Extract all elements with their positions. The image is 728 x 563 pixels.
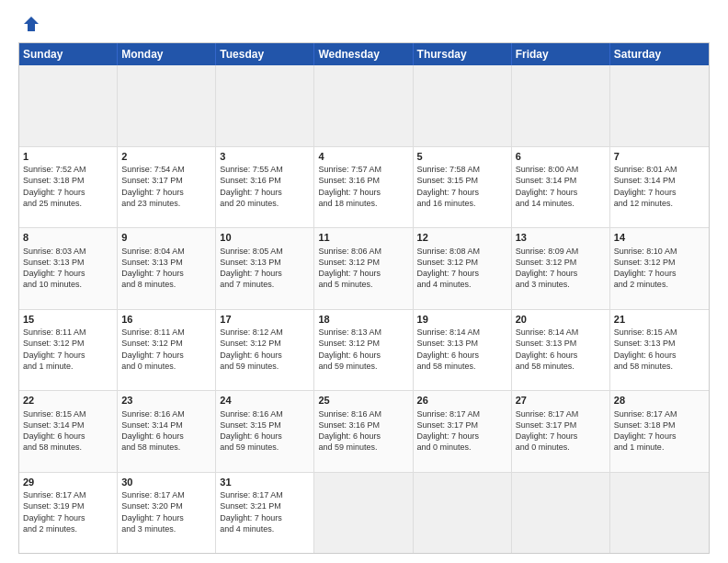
day-number: 15: [23, 313, 113, 327]
day-info: Sunrise: 8:03 AM Sunset: 3:13 PM Dayligh…: [23, 247, 86, 289]
day-info: Sunrise: 8:17 AM Sunset: 3:19 PM Dayligh…: [23, 490, 86, 533]
day-number: 8: [23, 231, 113, 245]
day-number: 31: [220, 476, 310, 489]
calendar-cell: 17Sunrise: 8:12 AM Sunset: 3:12 PM Dayli…: [216, 310, 314, 391]
day-number: 30: [121, 476, 211, 489]
day-number: 17: [220, 313, 310, 327]
header-day-thursday: Thursday: [414, 43, 512, 65]
day-number: 21: [614, 313, 705, 327]
day-info: Sunrise: 8:04 AM Sunset: 3:13 PM Dayligh…: [121, 247, 185, 289]
calendar-row-0: [19, 65, 709, 146]
calendar-cell: 20Sunrise: 8:14 AM Sunset: 3:13 PM Dayli…: [512, 310, 610, 391]
day-number: 18: [318, 313, 408, 327]
calendar-cell: 22Sunrise: 8:15 AM Sunset: 3:14 PM Dayli…: [19, 391, 118, 472]
header-day-tuesday: Tuesday: [216, 43, 314, 65]
calendar-cell: 2Sunrise: 7:54 AM Sunset: 3:17 PM Daylig…: [118, 147, 216, 228]
day-info: Sunrise: 8:14 AM Sunset: 3:13 PM Dayligh…: [417, 327, 481, 370]
day-number: 2: [121, 150, 211, 164]
calendar-cell: 30Sunrise: 8:17 AM Sunset: 3:20 PM Dayli…: [118, 473, 216, 554]
calendar-cell: 24Sunrise: 8:16 AM Sunset: 3:15 PM Dayli…: [216, 391, 314, 472]
day-info: Sunrise: 8:15 AM Sunset: 3:13 PM Dayligh…: [614, 327, 677, 370]
calendar-cell: 5Sunrise: 7:58 AM Sunset: 3:15 PM Daylig…: [414, 147, 512, 228]
calendar-cell: [216, 65, 314, 146]
day-info: Sunrise: 8:17 AM Sunset: 3:20 PM Dayligh…: [121, 490, 185, 533]
day-number: 22: [23, 394, 113, 408]
day-number: 4: [318, 150, 408, 164]
logo: [18, 15, 40, 33]
calendar-cell: 23Sunrise: 8:16 AM Sunset: 3:14 PM Dayli…: [118, 391, 216, 472]
calendar-cell: 4Sunrise: 7:57 AM Sunset: 3:16 PM Daylig…: [314, 147, 413, 228]
calendar-cell: [610, 473, 709, 554]
calendar-cell: 6Sunrise: 8:00 AM Sunset: 3:14 PM Daylig…: [512, 147, 610, 228]
calendar-cell: 7Sunrise: 8:01 AM Sunset: 3:14 PM Daylig…: [610, 147, 709, 228]
calendar-cell: 1Sunrise: 7:52 AM Sunset: 3:18 PM Daylig…: [19, 147, 118, 228]
day-number: 28: [614, 394, 705, 408]
day-info: Sunrise: 8:08 AM Sunset: 3:12 PM Dayligh…: [417, 247, 481, 289]
day-number: 1: [23, 150, 113, 164]
calendar-cell: [512, 473, 610, 554]
calendar-body: 1Sunrise: 7:52 AM Sunset: 3:18 PM Daylig…: [19, 65, 709, 553]
header-day-wednesday: Wednesday: [314, 43, 413, 65]
calendar-cell: 9Sunrise: 8:04 AM Sunset: 3:13 PM Daylig…: [118, 228, 216, 309]
day-info: Sunrise: 7:55 AM Sunset: 3:16 PM Dayligh…: [220, 165, 283, 207]
calendar-cell: 10Sunrise: 8:05 AM Sunset: 3:13 PM Dayli…: [216, 228, 314, 309]
calendar-cell: 25Sunrise: 8:16 AM Sunset: 3:16 PM Dayli…: [314, 391, 413, 472]
day-number: 9: [121, 231, 211, 245]
calendar-cell: [314, 65, 413, 146]
day-info: Sunrise: 8:17 AM Sunset: 3:18 PM Dayligh…: [614, 409, 677, 452]
calendar-cell: 15Sunrise: 8:11 AM Sunset: 3:12 PM Dayli…: [19, 310, 118, 391]
day-info: Sunrise: 8:17 AM Sunset: 3:17 PM Dayligh…: [417, 409, 481, 452]
calendar-cell: 13Sunrise: 8:09 AM Sunset: 3:12 PM Dayli…: [512, 228, 610, 309]
day-number: 12: [417, 231, 507, 245]
day-info: Sunrise: 8:13 AM Sunset: 3:12 PM Dayligh…: [318, 327, 381, 370]
calendar-cell: 3Sunrise: 7:55 AM Sunset: 3:16 PM Daylig…: [216, 147, 314, 228]
calendar-row-5: 29Sunrise: 8:17 AM Sunset: 3:19 PM Dayli…: [19, 472, 709, 554]
day-info: Sunrise: 8:10 AM Sunset: 3:12 PM Dayligh…: [614, 247, 677, 289]
day-number: 13: [516, 231, 606, 245]
day-info: Sunrise: 8:16 AM Sunset: 3:15 PM Dayligh…: [220, 409, 283, 452]
calendar-row-1: 1Sunrise: 7:52 AM Sunset: 3:18 PM Daylig…: [19, 146, 709, 228]
calendar-row-2: 8Sunrise: 8:03 AM Sunset: 3:13 PM Daylig…: [19, 227, 709, 309]
calendar-header: SundayMondayTuesdayWednesdayThursdayFrid…: [19, 43, 709, 65]
header-day-sunday: Sunday: [19, 43, 118, 65]
day-number: 23: [121, 394, 211, 408]
day-number: 10: [220, 231, 310, 245]
day-info: Sunrise: 8:09 AM Sunset: 3:12 PM Dayligh…: [516, 247, 579, 289]
day-info: Sunrise: 8:11 AM Sunset: 3:12 PM Dayligh…: [121, 327, 185, 370]
day-number: 14: [614, 231, 705, 245]
day-number: 3: [220, 150, 310, 164]
day-info: Sunrise: 7:57 AM Sunset: 3:16 PM Dayligh…: [318, 165, 381, 207]
day-info: Sunrise: 8:00 AM Sunset: 3:14 PM Dayligh…: [516, 165, 579, 207]
calendar-cell: [19, 65, 118, 146]
calendar-cell: 31Sunrise: 8:17 AM Sunset: 3:21 PM Dayli…: [216, 473, 314, 554]
calendar-cell: 11Sunrise: 8:06 AM Sunset: 3:12 PM Dayli…: [314, 228, 413, 309]
day-info: Sunrise: 8:14 AM Sunset: 3:13 PM Dayligh…: [516, 327, 579, 370]
day-info: Sunrise: 7:52 AM Sunset: 3:18 PM Dayligh…: [23, 165, 86, 207]
calendar-cell: 8Sunrise: 8:03 AM Sunset: 3:13 PM Daylig…: [19, 228, 118, 309]
day-info: Sunrise: 8:11 AM Sunset: 3:12 PM Dayligh…: [23, 327, 86, 370]
logo-icon: [22, 15, 40, 33]
day-info: Sunrise: 8:17 AM Sunset: 3:17 PM Dayligh…: [516, 409, 579, 452]
day-number: 11: [318, 231, 408, 245]
day-info: Sunrise: 8:12 AM Sunset: 3:12 PM Dayligh…: [220, 327, 283, 370]
calendar-cell: [610, 65, 709, 146]
day-info: Sunrise: 8:01 AM Sunset: 3:14 PM Dayligh…: [614, 165, 677, 207]
header-day-saturday: Saturday: [610, 43, 709, 65]
calendar: SundayMondayTuesdayWednesdayThursdayFrid…: [18, 42, 710, 554]
header-day-friday: Friday: [512, 43, 610, 65]
calendar-row-4: 22Sunrise: 8:15 AM Sunset: 3:14 PM Dayli…: [19, 390, 709, 472]
day-info: Sunrise: 8:05 AM Sunset: 3:13 PM Dayligh…: [220, 247, 283, 289]
day-number: 29: [23, 476, 113, 489]
page: SundayMondayTuesdayWednesdayThursdayFrid…: [0, 0, 728, 563]
calendar-cell: [414, 65, 512, 146]
calendar-cell: 26Sunrise: 8:17 AM Sunset: 3:17 PM Dayli…: [414, 391, 512, 472]
calendar-cell: 16Sunrise: 8:11 AM Sunset: 3:12 PM Dayli…: [118, 310, 216, 391]
calendar-cell: 27Sunrise: 8:17 AM Sunset: 3:17 PM Dayli…: [512, 391, 610, 472]
day-number: 7: [614, 150, 705, 164]
day-number: 6: [516, 150, 606, 164]
day-info: Sunrise: 8:16 AM Sunset: 3:16 PM Dayligh…: [318, 409, 381, 452]
day-number: 20: [516, 313, 606, 327]
day-info: Sunrise: 8:17 AM Sunset: 3:21 PM Dayligh…: [220, 490, 283, 533]
day-number: 25: [318, 394, 408, 408]
day-info: Sunrise: 8:15 AM Sunset: 3:14 PM Dayligh…: [23, 409, 86, 452]
